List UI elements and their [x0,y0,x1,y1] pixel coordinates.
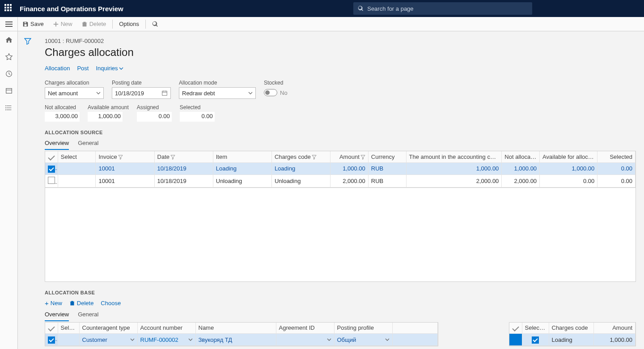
base-row[interactable]: Customer RUMF-000002 Звукоряд ТД Общий [45,334,438,346]
profile-select[interactable]: Общий [337,336,390,343]
base-grid: Select Counteragent type Account number … [45,322,438,347]
row-check[interactable] [48,166,55,173]
search-box[interactable] [353,2,532,15]
topbar: Finance and Operations Preview [0,0,644,17]
col-agreement[interactable]: Agreement ID [276,323,334,334]
trash-icon [69,300,75,306]
not-allocated-value: 3,000.00 [45,112,80,122]
save-button[interactable]: Save [18,17,48,31]
star-icon[interactable] [5,53,13,61]
row-check[interactable] [48,177,55,184]
plus-icon [53,21,59,27]
filter-icon[interactable] [24,38,31,45]
tab-overview-base[interactable]: Overview [45,311,69,321]
trash-icon [81,21,88,27]
allocation-mode-field: Allocation mode Redraw debt [179,80,256,99]
col-amount[interactable]: Amount [330,151,369,162]
nav-toggle[interactable] [0,17,18,31]
inquiries-dropdown[interactable]: Inquiries [96,65,123,72]
base-new-button[interactable]: +New [45,300,62,306]
chevron-down-icon [327,337,331,342]
tab-overview-source[interactable]: Overview [45,140,69,150]
col-amount2[interactable]: Amount [593,323,636,334]
col-select-base[interactable]: Select [58,323,79,334]
col-not-allocated[interactable]: Not allocated [502,151,540,162]
recent-icon[interactable] [5,70,13,78]
agreement-select[interactable] [279,337,331,342]
col-invoice[interactable]: Invoice [96,151,154,162]
col-code2[interactable]: Charges code [549,323,593,334]
chevron-down-icon [385,337,390,342]
header-fields: Charges allocation Net amount Posting da… [45,80,636,99]
posting-date-field: Posting date 10/18/2019 [112,80,171,99]
select-all-checkbox[interactable] [45,151,58,162]
col-charges-code[interactable]: Charges code [271,151,330,162]
home-icon[interactable] [5,36,13,44]
col-account[interactable]: Account number [137,323,195,334]
col-profile[interactable]: Posting profile [334,323,392,334]
app-launcher-icon[interactable] [4,4,13,13]
posting-date-input[interactable]: 10/18/2019 [112,87,171,99]
source-grid-empty [45,188,636,282]
base-detail-grid: Selected Charges code Amount Loading 1,0… [509,322,636,347]
selected-value: 0.00 [180,112,215,122]
col-selected2[interactable]: Selected [522,323,549,334]
base-action-bar: +New Delete Choose [45,300,636,306]
allocation-action[interactable]: Allocation [45,65,70,72]
col-acc-amount[interactable]: The amount in the accounting currency [406,151,502,162]
col-avail[interactable]: Available for allocation [540,151,597,162]
chevron-down-icon [188,337,193,342]
workspace-icon[interactable] [5,87,13,95]
stats-row: Not allocated3,000.00 Available amount1,… [45,104,636,122]
modules-icon[interactable] [5,104,13,112]
content-area: 10001 : RUMF-000002 Charges allocation A… [18,31,644,349]
allocation-base-heading: ALLOCATION BASE [45,290,636,295]
delete-button[interactable]: Delete [77,17,111,31]
calendar-icon [161,90,168,96]
account-select[interactable]: RUMF-000002 [140,336,193,343]
col-selected[interactable]: Selected [597,151,636,162]
col-select[interactable]: Select [58,151,96,162]
col-name[interactable]: Name [195,323,276,334]
col-date[interactable]: Date [154,151,213,162]
row-check[interactable] [532,336,539,344]
options-button[interactable]: Options [114,17,144,31]
base2-row[interactable]: Loading 1,000.00 [509,334,636,346]
select-all-base2[interactable] [509,323,522,334]
tab-general-source[interactable]: General [78,140,98,150]
page-title: Charges allocation [45,46,636,59]
stocked-toggle[interactable] [264,89,277,96]
search-input[interactable] [367,5,528,12]
col-counteragent[interactable]: Counteragent type [79,323,137,334]
plus-icon: + [45,300,49,306]
source-row[interactable]: 10001 10/18/2019 Unloading Unloading 2,0… [45,174,636,187]
search-toolbar-button[interactable] [148,17,163,31]
left-rail [0,31,18,349]
counteragent-select[interactable]: Customer [82,336,135,343]
allocation-mode-select[interactable]: Redraw debt [179,87,256,99]
base-row-layout: Select Counteragent type Account number … [45,321,636,347]
post-action[interactable]: Post [77,65,89,72]
col-item[interactable]: Item [213,151,271,162]
svg-point-3 [5,107,6,108]
assigned-value: 0.00 [137,112,172,122]
base-delete-button[interactable]: Delete [69,300,94,306]
brand-label: Finance and Operations Preview [20,5,123,13]
source-tabs: Overview General [45,140,636,150]
tab-general-base[interactable]: General [78,311,98,321]
new-button[interactable]: New [48,17,77,31]
chevron-down-icon [130,337,135,342]
search-icon [152,21,158,27]
svg-rect-1 [6,89,12,94]
toolbar-divider [112,20,113,29]
charges-allocation-select[interactable]: Net amount [45,87,104,99]
base-choose-button[interactable]: Choose [101,300,121,306]
breadcrumb: 10001 : RUMF-000002 [45,38,636,44]
select-all-base[interactable] [45,323,58,334]
source-row[interactable]: 10001 10/18/2019 Loading Loading 1,000.0… [45,162,636,174]
svg-rect-5 [162,91,167,96]
filter-icon [170,155,175,160]
col-currency[interactable]: Currency [368,151,406,162]
toolbar-divider [145,20,146,29]
row-check[interactable] [48,336,55,344]
